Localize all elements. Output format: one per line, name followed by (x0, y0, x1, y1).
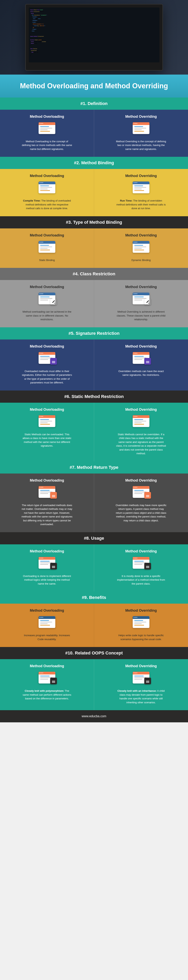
card-icon (133, 293, 149, 306)
comparison-row-2: Method Overloading Compile Time: The bin… (0, 169, 188, 216)
overriding-body: Closely knit with an inheritance: A chil… (116, 689, 167, 704)
card-icon (39, 122, 55, 136)
card-icon (133, 352, 149, 366)
overloading-body: Overloading is done to implement differe… (21, 574, 72, 586)
card-icon (133, 557, 149, 571)
card-icon (133, 415, 149, 429)
left-col: Method Overloading Overloaded methods mu… (0, 339, 94, 390)
overloading-heading: Method Overloading (4, 549, 90, 554)
overriding-body: Overridden methods can have the exact sa… (116, 369, 167, 377)
left-col: Method Overloading Increases program rea… (0, 604, 94, 647)
overloading-heading: Method Overloading (4, 174, 90, 178)
comparison-row-4: Method Overloading Method overloading ca… (0, 280, 188, 327)
overriding-body: Run Time: The binding of overridden meth… (116, 199, 167, 210)
overriding-heading: Method Overriding (98, 549, 184, 554)
right-col: Method Overriding Helps write code logic… (94, 604, 188, 647)
right-col: Method Overriding Method Overriding is t… (94, 110, 188, 157)
overriding-heading: Method Overriding (98, 233, 184, 237)
overriding-heading: Method Overriding (98, 479, 184, 482)
overloading-heading: Method Overloading (4, 479, 90, 482)
card-icon (133, 616, 149, 630)
overriding-body: Helps write code logic to handle specifi… (116, 633, 167, 641)
card-icon (39, 616, 55, 630)
overloading-body: Increases program readability. Increases… (21, 633, 72, 641)
card-icon (133, 241, 149, 255)
section-heading-8: #8. Usage (0, 532, 188, 544)
card-icon (39, 557, 55, 571)
overriding-heading: Method Overriding (98, 115, 184, 119)
right-col: Method Overriding Method Overriding is a… (94, 280, 188, 327)
overloading-heading: Method Overloading (4, 115, 90, 119)
card-icon (133, 486, 149, 500)
card-icon (133, 181, 149, 195)
left-col: Method Overloading Method Overloading is… (0, 110, 94, 157)
comparison-row-9: Method Overloading Increases program rea… (0, 604, 188, 647)
card-icon (39, 293, 55, 306)
overriding-body: Method Overriding is achieved in differe… (116, 310, 167, 321)
overloading-heading: Method Overloading (4, 609, 90, 612)
overloading-body: Static Binding (21, 258, 72, 262)
overriding-heading: Method Overriding (98, 344, 184, 348)
section-heading-6: #6. Static Method Restriction (0, 390, 188, 402)
right-col: Method Overriding Overridden methods may… (94, 474, 188, 532)
right-col: Method Overriding Overridden methods can… (94, 339, 188, 390)
overriding-heading: Method Overriding (98, 174, 184, 178)
title-band: Method Overloading and Method Overriding (0, 75, 188, 97)
comparison-row-3: Method Overloading Static Binding Method… (0, 228, 188, 268)
overriding-body: Static Methods cannot be overridden. If … (116, 433, 167, 455)
right-col: Method Overriding Dynamic Binding (94, 228, 188, 268)
overloading-body: Method overloading can be achieved in th… (21, 310, 72, 321)
overriding-body: It is mostly done to write a specific im… (116, 574, 167, 586)
left-col: Method Overloading Static Methods can be… (0, 402, 94, 461)
card-icon (39, 415, 55, 429)
section-heading-10: #10. Related OOPS Concept (0, 647, 188, 659)
right-col: Method Overriding Closely knit with an i… (94, 659, 188, 710)
section-heading-7: #7. Method Return Type (0, 461, 188, 474)
section-heading-4: #4. Class Restriction (0, 268, 188, 280)
left-col: Method Overloading Method overloading ca… (0, 280, 94, 327)
comparison-row-5: Method Overloading Overloaded methods mu… (0, 339, 188, 390)
overriding-heading: Method Overriding (98, 609, 184, 612)
card-icon (39, 672, 55, 686)
overloading-heading: Method Overloading (4, 344, 90, 348)
footer-url: www.educba.com (82, 714, 106, 718)
card-icon (133, 122, 149, 136)
section-heading-2: #2. Method Binding (0, 157, 188, 169)
card-icon (39, 352, 55, 366)
overloading-body: Overloaded methods must differ in their … (21, 369, 72, 385)
card-icon (133, 672, 149, 686)
card-icon (39, 486, 55, 500)
comparison-row-6: Method Overloading Static Methods can be… (0, 402, 188, 461)
overriding-heading: Method Overriding (98, 407, 184, 412)
comparison-row-1: Method Overloading Method Overloading is… (0, 110, 188, 157)
right-col: Method Overriding It is mostly done to w… (94, 544, 188, 592)
hero-image: import React from 'react' const Componen… (0, 0, 188, 75)
card-icon (39, 181, 55, 195)
overloading-body: Method Overloading is the concept of def… (21, 140, 72, 151)
overriding-heading: Method Overriding (98, 285, 184, 289)
overriding-body: Overridden methods may have more specifi… (116, 503, 167, 523)
footer: www.educba.com (0, 710, 188, 722)
section-heading-3: #3. Type of Method Binding (0, 216, 188, 228)
page-title: Method Overloading and Method Overriding (4, 81, 184, 91)
comparison-row-7: Method Overloading The return type of ov… (0, 474, 188, 532)
overloading-heading: Method Overloading (4, 233, 90, 237)
laptop-graphic: import React from 'react' const Componen… (25, 4, 163, 71)
overloading-heading: Method Overloading (4, 285, 90, 289)
overloading-heading: Method Overloading (4, 664, 90, 668)
left-col: Method Overloading Overloading is done t… (0, 544, 94, 592)
left-col: Method Overloading Static Binding (0, 228, 94, 268)
card-icon (39, 241, 55, 255)
left-col: Method Overloading Closely knit with pol… (0, 659, 94, 710)
section-heading-5: #5. Signature Restriction (0, 327, 188, 339)
left-col: Method Overloading Compile Time: The bin… (0, 169, 94, 216)
overriding-heading: Method Overriding (98, 664, 184, 668)
comparison-row-8: Method Overloading Overloading is done t… (0, 544, 188, 592)
overloading-heading: Method Overloading (4, 407, 90, 412)
overloading-body: Compile Time: The binding of overloaded … (21, 199, 72, 210)
overloading-body: Static Methods can be overloaded. This a… (21, 433, 72, 448)
comparison-row-10: Method Overloading Closely knit with pol… (0, 659, 188, 710)
right-col: Method Overriding Static Methods cannot … (94, 402, 188, 461)
right-col: Method Overriding Run Time: The binding … (94, 169, 188, 216)
left-col: Method Overloading The return type of ov… (0, 474, 94, 532)
